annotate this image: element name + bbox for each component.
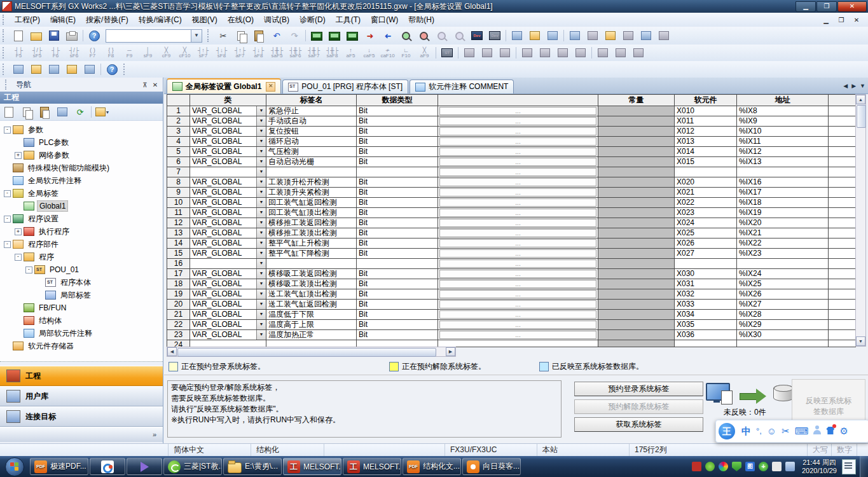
constant-cell[interactable] — [598, 279, 675, 289]
close-button[interactable]: ✕ — [837, 1, 867, 12]
row-number-cell[interactable]: 1 — [167, 106, 190, 116]
label-name-cell[interactable]: 送工装气缸顶出检测 — [266, 289, 357, 300]
device-cell[interactable]: X035 — [675, 320, 737, 330]
device-cell[interactable]: X022 — [675, 198, 737, 208]
label-name-cell[interactable]: 横移推工装顶出检测 — [266, 228, 357, 238]
keyboard-icon[interactable]: ⌨ — [795, 423, 809, 439]
ladder-fkey-button-cF10[interactable]: ╳cF10 — [176, 45, 194, 61]
browse-button[interactable]: ... — [439, 168, 596, 176]
vertical-scroll-thumb[interactable] — [857, 105, 866, 128]
network-tray-icon[interactable] — [785, 462, 795, 471]
constant-cell[interactable] — [598, 198, 675, 208]
label-name-cell[interactable]: 横移推工装返回检测 — [266, 218, 357, 228]
scroll-down-icon[interactable]: ▼ — [856, 336, 865, 346]
address-cell[interactable]: %IX17 — [737, 188, 829, 198]
paste-data-button[interactable] — [36, 104, 53, 120]
label-name-cell[interactable]: 送工装气缸返回检测 — [266, 300, 357, 310]
menu-item-7[interactable]: 诊断(D) — [294, 13, 331, 27]
dropdown-arrow-icon[interactable]: ▼ — [256, 259, 266, 268]
constant-cell[interactable] — [598, 167, 675, 177]
label-name-cell[interactable]: 温度加热正常 — [266, 330, 357, 340]
menu-item-5[interactable]: 在线(O) — [223, 13, 259, 27]
class-cell[interactable]: ▼ — [190, 259, 266, 269]
taskbar-button-2[interactable] — [127, 458, 162, 475]
class-cell[interactable]: VAR_GLOBAL▼ — [190, 228, 266, 238]
constant-cell[interactable] — [598, 177, 675, 188]
data-type-browse-cell[interactable]: ... — [438, 198, 598, 208]
browse-button[interactable]: ... — [439, 107, 596, 115]
structured-tool-button-1[interactable] — [461, 45, 478, 60]
save-project-button[interactable] — [46, 28, 62, 43]
label-name-cell[interactable]: 温度低于下限 — [266, 310, 357, 320]
device-cell[interactable]: X010 — [675, 106, 737, 116]
label-name-cell[interactable]: 循环启动 — [266, 137, 357, 147]
data-type-browse-cell[interactable]: ... — [438, 330, 598, 340]
data-type-cell[interactable]: Bit — [357, 157, 438, 167]
tree-item-全局软元件注释[interactable]: 全局软元件注释 — [0, 174, 163, 187]
dropdown-arrow-icon[interactable]: ▼ — [256, 106, 266, 116]
browse-button[interactable]: ... — [439, 331, 596, 339]
data-type-cell[interactable]: Bit — [357, 188, 438, 198]
data-type-browse-cell[interactable]: ... — [438, 147, 598, 157]
device-cell[interactable]: X024 — [675, 218, 737, 228]
class-cell[interactable]: VAR_GLOBAL▼ — [190, 106, 266, 116]
data-type-cell[interactable]: Bit — [357, 127, 438, 137]
constant-cell[interactable] — [598, 208, 675, 218]
menu-item-9[interactable]: 窗口(W) — [366, 13, 403, 27]
data-type-cell[interactable]: Bit — [357, 249, 438, 259]
edit-tool-button-1[interactable] — [595, 45, 611, 60]
ladder-fkey-button-F7[interactable]: ( )F7 — [83, 45, 102, 61]
find-disabled-button-1[interactable] — [433, 28, 450, 43]
device-cell[interactable]: X023 — [675, 208, 737, 218]
data-type-browse-cell[interactable]: ... — [438, 218, 598, 228]
address-cell[interactable]: %IX24 — [737, 269, 829, 279]
class-cell[interactable]: VAR_GLOBAL▼ — [190, 218, 266, 228]
ladder-fkey-button-saF7[interactable]: ┤╫├saF7 — [305, 45, 323, 61]
constant-cell[interactable] — [598, 137, 675, 147]
tree-item-程序本体[interactable]: 程序本体 — [0, 276, 163, 289]
menu-item-2[interactable]: 搜索/替换(F) — [81, 13, 134, 27]
mdi-minimize-button[interactable]: ▁ — [818, 15, 834, 25]
dropdown-arrow-icon[interactable]: ▼ — [256, 330, 266, 340]
class-cell[interactable]: VAR_GLOBAL▼ — [190, 188, 266, 198]
taskbar-button-4[interactable]: E:\黄勇\... — [223, 458, 282, 475]
class-cell[interactable]: VAR_GLOBAL▼ — [190, 208, 266, 218]
row-number-cell[interactable]: 13 — [167, 228, 190, 238]
constant-cell[interactable] — [598, 320, 675, 330]
label-name-cell[interactable] — [266, 259, 357, 269]
write-to-plc-button[interactable]: ➜ — [362, 28, 378, 43]
fb-tool-button-4[interactable] — [572, 45, 589, 60]
constant-cell[interactable] — [598, 300, 675, 310]
ladder-fkey-button-saF6[interactable]: ┤╫├saF6 — [286, 45, 305, 61]
expand-icon[interactable]: + — [15, 152, 22, 159]
browser-tray-icon[interactable] — [705, 462, 715, 471]
mdi-close-button[interactable]: ✕ — [849, 15, 864, 25]
device-find-button[interactable] — [397, 28, 414, 43]
device-cell[interactable] — [675, 259, 737, 269]
device-find-red-button[interactable] — [415, 28, 432, 43]
sort-dropdown-button[interactable]: ▼ — [94, 104, 111, 120]
nav-view-button-连接目标[interactable]: 连接目标 — [0, 406, 163, 427]
note-edit-button[interactable] — [544, 28, 561, 43]
edit-tool-button-2[interactable] — [612, 45, 629, 60]
constant-cell[interactable] — [598, 218, 675, 228]
data-type-cell[interactable]: Bit — [357, 137, 438, 147]
nav-view-button-工程[interactable]: 工程 — [0, 366, 163, 386]
device-cell[interactable]: X030 — [675, 269, 737, 279]
data-type-cell[interactable]: Bit — [357, 147, 438, 157]
minimize-button[interactable]: ▁ — [796, 1, 816, 12]
dropdown-arrow-icon[interactable]: ▼ — [256, 116, 266, 126]
constant-cell[interactable] — [598, 340, 675, 347]
row-number-cell[interactable]: 10 — [167, 198, 190, 208]
constant-cell[interactable] — [598, 330, 675, 340]
dropdown-arrow-icon[interactable]: ▼ — [256, 198, 266, 207]
address-cell[interactable]: %IX29 — [737, 320, 829, 330]
open-project-button[interactable] — [28, 28, 45, 43]
ime-logo-icon[interactable]: 王 — [719, 423, 735, 439]
address-cell[interactable]: %IX25 — [737, 279, 829, 289]
monitor-stop-button[interactable] — [584, 28, 601, 43]
browse-button[interactable]: ... — [439, 249, 596, 258]
browse-button[interactable]: ... — [439, 270, 596, 278]
data-type-cell[interactable] — [357, 167, 438, 177]
data-type-browse-cell[interactable]: ... — [438, 289, 598, 300]
